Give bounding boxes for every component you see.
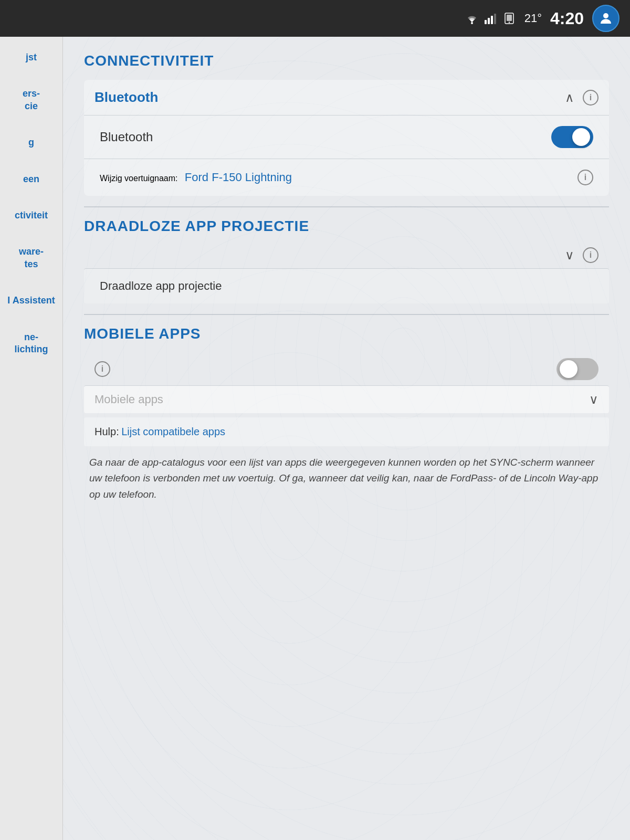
sidebar-item-ctiviteit[interactable]: ctiviteit [13, 205, 50, 226]
mobiele-apps-header: MOBIELE APPS [84, 326, 609, 342]
vehicle-name-row[interactable]: Wijzig voertuignaam: Ford F-150 Lightnin… [84, 159, 609, 196]
wifi-icon [465, 13, 479, 24]
svg-rect-2 [488, 18, 490, 24]
mobiele-apps-toggle-switch[interactable] [556, 358, 598, 380]
draadloze-section: DRAADLOZE APP PROJECTIE ∨ i Draadloze ap… [84, 218, 609, 303]
status-icons [465, 13, 516, 24]
help-link[interactable]: Lijst compatibele apps [121, 426, 225, 437]
bluetooth-info-button[interactable]: i [583, 90, 598, 106]
svg-rect-1 [485, 20, 487, 24]
temperature-display: 21° [524, 12, 542, 25]
bluetooth-controls: ∧ i [565, 90, 598, 106]
vehicle-name-info-button[interactable]: i [578, 170, 593, 185]
mobiele-apps-chevron-down[interactable]: ∨ [589, 392, 598, 407]
bluetooth-chevron-up[interactable]: ∧ [565, 90, 574, 105]
bluetooth-toggle-thumb [572, 128, 590, 146]
svg-point-7 [508, 22, 509, 23]
help-prefix: Hulp: [94, 426, 119, 437]
sidebar-item-assistent[interactable]: I Assistent [5, 290, 57, 311]
mobiele-apps-placeholder: Mobiele apps [94, 393, 163, 406]
sidebar: jst ers-cie g een ctiviteit ware-tes I A… [0, 37, 63, 840]
svg-point-8 [603, 13, 608, 18]
svg-rect-4 [494, 14, 496, 24]
mobiele-apps-input-row[interactable]: Mobiele apps ∨ [84, 385, 609, 413]
vehicle-name-prefix: Wijzig voertuignaam: [100, 174, 178, 183]
draadloze-chevron-down[interactable]: ∨ [565, 248, 574, 262]
draadloze-item-row[interactable]: Draadloze app projectie [84, 268, 609, 303]
sidebar-item-lichting[interactable]: ne-lichting [13, 327, 50, 360]
help-row: Hulp: Lijst compatibele apps [84, 417, 609, 446]
mobiele-apps-section: MOBIELE APPS i Mobiele apps ∨ Hulp: Lijs… [84, 326, 609, 511]
bluetooth-toggle-switch[interactable] [551, 126, 593, 148]
bluetooth-title-row[interactable]: Bluetooth ∧ i [84, 80, 609, 115]
svg-rect-3 [491, 16, 493, 24]
divider-2 [84, 314, 609, 315]
time-display: 4:20 [550, 9, 584, 28]
sidebar-item-lijst[interactable]: jst [24, 47, 39, 68]
divider-1 [84, 206, 609, 207]
draadloze-info-button[interactable]: i [583, 247, 598, 263]
draadloze-item-label: Draadloze app projectie [100, 279, 222, 293]
phone-signal-icon [502, 13, 516, 24]
bluetooth-toggle-label: Bluetooth [100, 130, 153, 144]
signal-icon [485, 13, 497, 24]
bluetooth-title: Bluetooth [94, 89, 158, 106]
svg-point-0 [471, 22, 473, 24]
mobiele-apps-description: Ga naar de app-catalogus voor een lijst … [84, 446, 609, 511]
draadloze-header: DRAADLOZE APP PROJECTIE [84, 218, 609, 235]
main-container: jst ers-cie g een ctiviteit ware-tes I A… [0, 37, 630, 840]
sidebar-item-g[interactable]: g [26, 132, 36, 153]
status-bar: 21° 4:20 [0, 0, 630, 37]
bluetooth-toggle-row: Bluetooth [84, 115, 609, 159]
profile-button[interactable] [592, 5, 620, 32]
sidebar-item-een[interactable]: een [21, 169, 41, 190]
vehicle-name-value: Ford F-150 Lightning [185, 171, 292, 184]
vehicle-name-label: Wijzig voertuignaam: Ford F-150 Lightnin… [100, 171, 292, 184]
svg-rect-6 [507, 15, 512, 21]
mobiele-apps-info-button[interactable]: i [94, 361, 110, 377]
mobiele-apps-toggle-row: i [84, 353, 609, 385]
content-area: CONNECTIVITEIT Bluetooth ∧ i Bluetooth [63, 37, 630, 840]
sidebar-item-ware[interactable]: ware-tes [17, 242, 46, 275]
bluetooth-section: Bluetooth ∧ i Bluetooth Wijzig voertuign… [84, 80, 609, 196]
connectiviteit-header: CONNECTIVITEIT [84, 52, 609, 69]
profile-icon [598, 10, 614, 26]
mobiele-apps-toggle-thumb [560, 360, 578, 378]
sidebar-item-versie[interactable]: ers-cie [20, 83, 42, 117]
